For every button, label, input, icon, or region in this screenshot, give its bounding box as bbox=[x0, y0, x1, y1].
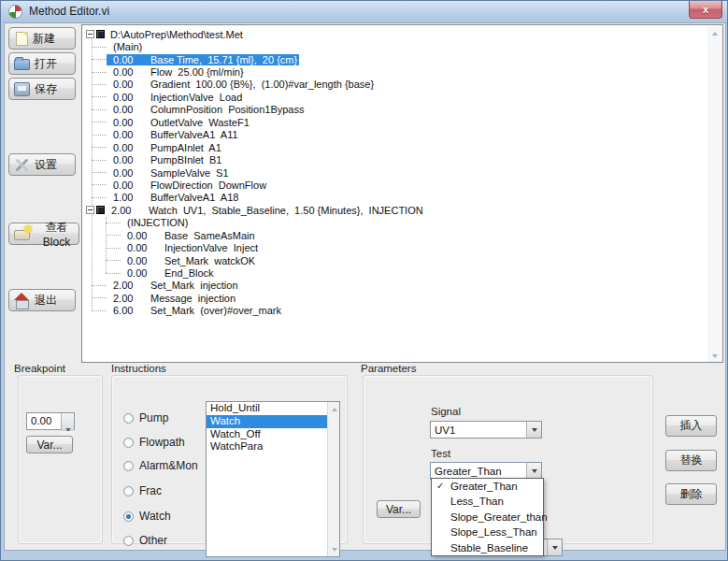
test-menu-item[interactable]: Greater_Than bbox=[432, 479, 543, 494]
tree-row-time: 0.00 bbox=[127, 230, 164, 241]
tree-row[interactable]: 0.00 BufferValveA1 A11 bbox=[82, 129, 722, 141]
tree-row[interactable]: 6.00 Set_Mark (over)#over_mark bbox=[82, 305, 722, 317]
exit-button[interactable]: 退出 bbox=[8, 289, 76, 311]
tree-branch-stub bbox=[92, 135, 107, 136]
tree-row[interactable]: 0.00 OutletValve WasteF1 bbox=[82, 116, 722, 128]
tree-scrollbar[interactable] bbox=[707, 26, 721, 363]
collapse-minus-icon[interactable] bbox=[86, 30, 94, 38]
tree-branch-stub bbox=[92, 297, 107, 298]
tree-row[interactable]: 0.00 Base Time, 15.71 {ml}, 20 {cm} bbox=[82, 53, 722, 65]
view-block-button[interactable]: 查看Block bbox=[8, 223, 79, 245]
radio-label: Watch bbox=[139, 510, 171, 523]
instruction-list-item[interactable]: WatchPara bbox=[207, 440, 339, 453]
radio-label: Alarm&Mon bbox=[139, 459, 198, 472]
tree-row[interactable]: 0.00 Base SameAsMain bbox=[82, 229, 722, 241]
breakpoint-value[interactable]: 0.00 bbox=[27, 413, 61, 429]
instruction-listbox[interactable]: Hold_UntilWatchWatch_OffWatchPara bbox=[206, 401, 340, 557]
new-button[interactable]: 新建 bbox=[8, 27, 76, 50]
tree-row-time: 0.00 bbox=[113, 142, 150, 153]
collapse-minus-icon[interactable] bbox=[86, 206, 94, 214]
breakpoint-var-button[interactable]: Var... bbox=[26, 436, 73, 453]
instruction-radio[interactable]: Flowpath bbox=[123, 436, 185, 449]
tree-row-content: 1.00 BufferValveA1 A18 bbox=[107, 192, 240, 203]
tree-branch-stub bbox=[92, 96, 107, 97]
tree-row[interactable]: 2.00 Message injection bbox=[82, 292, 722, 304]
instruction-list-item[interactable]: Watch_Off bbox=[207, 428, 339, 441]
content-area: 新建 打开 保存 设置 查看Block 退出 bbox=[4, 22, 726, 551]
settings-button[interactable]: 设置 bbox=[8, 153, 76, 176]
test-menu-item[interactable]: Slope_Less_Than bbox=[432, 525, 543, 539]
tree-branch-stub bbox=[106, 260, 121, 261]
tree-row[interactable]: 0.00 PumpAInlet A1 bbox=[82, 141, 722, 153]
tree-row[interactable]: D:\AutoPrep\Method\test.Met bbox=[82, 28, 722, 40]
tree-branch-stub bbox=[92, 285, 107, 286]
radio-icon bbox=[123, 438, 134, 448]
insert-button[interactable]: 插入 bbox=[665, 415, 717, 437]
tree-row[interactable]: 0.00 Set_Mark watckOK bbox=[82, 254, 722, 266]
test-menu-item[interactable]: Stable_Baseline bbox=[432, 540, 543, 555]
close-button[interactable]: x bbox=[689, 1, 722, 19]
tree-row-time: 0.00 bbox=[113, 117, 150, 128]
scroll-down-icon[interactable] bbox=[328, 542, 340, 556]
tree-row[interactable]: 2.00 Watch UV1, Stable_Baseline, 1.50 {M… bbox=[82, 204, 722, 216]
instruction-radio[interactable]: Frac bbox=[123, 484, 162, 497]
breakpoint-groupbox bbox=[18, 375, 103, 544]
breakpoint-value-spinner[interactable]: 0.00 bbox=[26, 412, 75, 430]
tree-row[interactable]: 0.00 PumpBInlet B1 bbox=[82, 153, 722, 165]
tree-row-time: 0.00 bbox=[113, 180, 150, 191]
tree-row[interactable]: 0.00 ColumnPosition Position1Bypass bbox=[82, 104, 722, 116]
tree-row[interactable]: (INJECTION) bbox=[82, 217, 722, 229]
tree-row[interactable]: 0.00 SampleValve S1 bbox=[82, 166, 722, 179]
tree-branch-stub bbox=[92, 160, 107, 161]
test-menu-item[interactable]: Less_Than bbox=[432, 494, 543, 509]
tree-row-time: 0.00 bbox=[113, 66, 150, 78]
tree-row-content: 0.00 InjectionValve Inject bbox=[121, 242, 260, 253]
close-icon: x bbox=[703, 4, 708, 15]
tree-row-text: BufferValveA1 A18 bbox=[150, 192, 238, 203]
tree-row[interactable]: 0.00 InjectionValve Load bbox=[82, 91, 722, 103]
instruction-radio[interactable]: Alarm&Mon bbox=[123, 459, 198, 472]
signal-value: UV1 bbox=[431, 422, 526, 438]
instruction-radio[interactable]: Watch bbox=[123, 510, 171, 523]
tree-row-text: BufferValveA1 A11 bbox=[150, 129, 238, 140]
new-document-icon bbox=[16, 32, 28, 46]
scroll-down-icon[interactable] bbox=[707, 349, 721, 363]
tree-row-time: (INJECTION) bbox=[127, 217, 188, 228]
scroll-up-icon[interactable] bbox=[707, 26, 721, 40]
sidebar-button-label: 保存 bbox=[35, 81, 57, 97]
tree-row-text: InjectionValve Load bbox=[150, 92, 242, 103]
signal-dropdown[interactable]: UV1 bbox=[430, 421, 542, 439]
instruction-list-item[interactable]: Hold_Until bbox=[207, 402, 339, 415]
tree-row[interactable]: 0.00 FlowDirection DownFlow bbox=[82, 179, 722, 191]
test-menu-item[interactable]: Slope_Greater_than bbox=[432, 510, 543, 525]
tree-row-time: 0.00 bbox=[113, 167, 150, 179]
method-tree[interactable]: D:\AutoPrep\Method\test.Met (Main) bbox=[81, 24, 723, 363]
tree-row[interactable]: 0.00 InjectionValve Inject bbox=[82, 241, 722, 253]
titlebar[interactable]: Method Editor.vi x bbox=[1, 1, 727, 22]
tree-row-content: 0.00 End_Block bbox=[121, 267, 216, 279]
save-button[interactable]: 保存 bbox=[8, 78, 76, 100]
save-icon bbox=[14, 82, 30, 96]
tree-row[interactable]: 2.00 Set_Mark injection bbox=[82, 280, 722, 292]
chevron-down-icon[interactable] bbox=[526, 463, 541, 479]
open-button[interactable]: 打开 bbox=[8, 52, 76, 75]
listbox-scrollbar[interactable] bbox=[327, 402, 339, 556]
radio-icon bbox=[123, 486, 134, 496]
tree-row[interactable]: 0.00 End_Block bbox=[82, 266, 722, 279]
scroll-up-icon[interactable] bbox=[328, 402, 340, 416]
tree-row[interactable]: (Main) bbox=[82, 40, 722, 52]
tree-row-time: 0.00 bbox=[113, 79, 150, 90]
instruction-radio[interactable]: Pump bbox=[123, 411, 168, 424]
parameters-var-button[interactable]: Var... bbox=[377, 500, 421, 518]
tree-row[interactable]: 1.00 BufferValveA1 A18 bbox=[82, 192, 722, 204]
tree-row-content: D:\AutoPrep\Method\test.Met bbox=[105, 29, 245, 40]
delete-button[interactable]: 删除 bbox=[665, 483, 717, 505]
tree-row-text: Base SameAsMain bbox=[164, 230, 255, 241]
instruction-list-item[interactable]: Watch bbox=[207, 415, 339, 428]
chevron-down-icon[interactable] bbox=[547, 539, 562, 555]
replace-button[interactable]: 替换 bbox=[665, 450, 717, 471]
instruction-radio[interactable]: Other bbox=[123, 534, 167, 547]
tree-row[interactable]: 0.00 Gradient 100.00 {B%}, (1.00)#var_le… bbox=[82, 79, 722, 91]
tree-row[interactable]: 0.00 Flow 25.00 {ml/min} bbox=[82, 65, 722, 78]
chevron-down-icon[interactable] bbox=[526, 422, 541, 438]
